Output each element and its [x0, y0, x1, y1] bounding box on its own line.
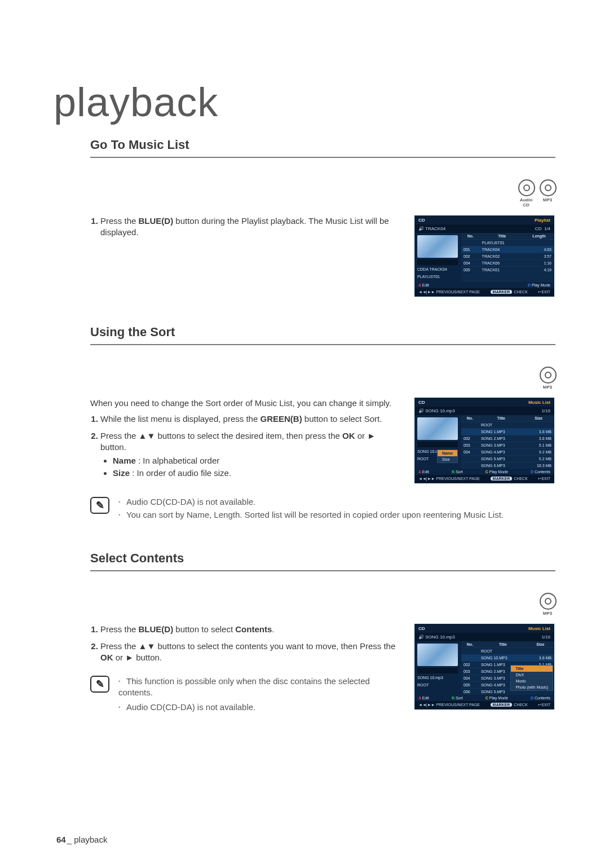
- note-item: You can sort by Name, Length. Sorted lis…: [118, 510, 504, 519]
- step-item: While the list menu is displayed, press …: [100, 413, 399, 425]
- ui-foot-contents: Contents: [531, 696, 550, 700]
- table-row: ROOT: [461, 648, 554, 655]
- table-row: SONG 10.MP33.8 MB: [461, 655, 554, 662]
- intro-text: When you need to change the Sort order o…: [90, 398, 399, 409]
- ui-progress-bar: [417, 259, 458, 265]
- ui-title: Music List: [528, 626, 550, 631]
- ui-foot-playmode: Play Mode: [486, 470, 508, 474]
- table-row: PLAYLIST01: [461, 240, 554, 246]
- note-item: This function is possible only when the …: [118, 676, 399, 698]
- ui-foot-sort: Sort: [452, 696, 463, 700]
- disc-badge-audio-cd: Audio CD: [518, 179, 534, 208]
- table-row: 004TRACK061:16: [461, 260, 554, 267]
- note-item: Audio CD(CD-DA) is not available.: [118, 702, 399, 713]
- table-row: 003SONG 3.MP35.1 MB: [461, 442, 554, 449]
- disc-badge-mp3: MP3: [540, 367, 555, 390]
- ui-info-folder: ROOT: [417, 682, 459, 688]
- ui-thumbnail: [417, 235, 458, 258]
- table-row: 005TRACK014:19: [461, 267, 554, 274]
- ui-current-track: 🔊 SONG 10.mp3: [418, 635, 455, 640]
- disc-badge-mp3: MP3: [540, 179, 555, 208]
- ui-exit: ↩EXIT: [538, 290, 550, 294]
- table-row: 001TRACK044:03: [461, 246, 554, 253]
- step-item: Press the ▲▼ buttons to select the desir…: [100, 430, 399, 479]
- ui-sort-screenshot: CD Music List 🔊 SONG 10.mp3 1/10 SONG 10…: [414, 398, 554, 483]
- ui-info-track: CDDA TRACK04: [417, 267, 459, 272]
- ui-source: CD: [418, 400, 425, 405]
- ui-current-track: 🔊 TRACK04: [418, 226, 445, 231]
- note-item: Audio CD(CD-DA) is not available.: [118, 497, 504, 506]
- ui-track-table: No.TitleSize ROOT SONG 1.MP33.8 MB 002SO…: [461, 415, 554, 469]
- note-icon: ✎: [90, 497, 109, 514]
- step-item: Press the ▲▼ buttons to select the conte…: [100, 641, 399, 663]
- ui-foot-playmode: Play Mode: [486, 696, 508, 700]
- table-row: ROOT: [461, 422, 554, 429]
- ui-foot-edit: Edit: [418, 283, 429, 287]
- table-row: 002TRACK023:57: [461, 253, 554, 260]
- ui-exit: ↩EXIT: [538, 703, 550, 707]
- table-row: SONG 1.MP33.8 MB: [461, 429, 554, 435]
- chapter-title: playback: [54, 79, 555, 125]
- ui-progress-bar: [417, 442, 458, 447]
- ui-thumbnail: [417, 417, 458, 440]
- ui-prevnext: ◄◄|►► PREVIOUS/NEXT PAGE: [418, 290, 480, 294]
- note-icon: ✎: [90, 676, 109, 693]
- ui-track-table: No. Title Length PLAYLIST01 001TRACK044:…: [461, 233, 554, 273]
- bullet-item: Name : In alphabetical order: [113, 455, 399, 466]
- ui-counter: 1/10: [541, 408, 550, 413]
- ui-foot-edit: Edit: [418, 470, 429, 474]
- popup-item: Name: [438, 450, 457, 456]
- ui-progress-bar: [417, 668, 458, 673]
- heading-using-the-sort: Using the Sort: [90, 325, 555, 345]
- ui-marker: MARKERCHECK: [491, 290, 528, 294]
- table-row: 002SONG 2.MP33.8 MB: [461, 435, 554, 442]
- page-footer: 64_ playback: [56, 835, 107, 844]
- disc-badge-mp3: MP3: [540, 593, 555, 616]
- bullet-item: Size : In order of audio file size.: [113, 468, 399, 479]
- ui-foot-playmode: Play Mode: [528, 283, 550, 287]
- table-row: 004SONG 4.MP39.2 MB: [461, 449, 554, 456]
- heading-select-contents: Select Contents: [90, 551, 555, 571]
- ui-source: CD: [418, 626, 425, 631]
- popup-item: DivX: [511, 672, 553, 678]
- popup-item: Size: [438, 456, 457, 462]
- ui-title: Music List: [528, 400, 550, 405]
- ui-foot-edit: Edit: [418, 696, 429, 700]
- ui-marker: MARKERCHECK: [491, 477, 528, 481]
- ui-foot-contents: Contents: [531, 470, 550, 474]
- ui-thumbnail: [417, 644, 458, 666]
- ui-current-track: 🔊 SONG 10.mp3: [418, 408, 455, 413]
- table-row: SONG 6.MP310.3 MB: [461, 462, 554, 469]
- ui-marker: MARKERCHECK: [491, 703, 528, 707]
- ui-info-playlist: PLAYLIST01: [417, 274, 459, 280]
- step-item: Press the BLUE(D) button during the Play…: [100, 215, 399, 238]
- popup-item: Title: [511, 666, 553, 672]
- ui-exit: ↩EXIT: [538, 477, 550, 481]
- heading-go-to-music-list: Go To Music List: [90, 138, 555, 158]
- step-item: Press the BLUE(D) button to select Conte…: [100, 624, 399, 635]
- ui-foot-sort: Sort: [452, 470, 463, 474]
- ui-counter: CD 1/4: [535, 226, 550, 231]
- popup-item: Photo (with Music): [511, 684, 553, 690]
- ui-prevnext: ◄◄|►► PREVIOUS/NEXT PAGE: [418, 703, 480, 707]
- ui-sort-popup: Name Size: [437, 450, 458, 463]
- ui-title: Playlist: [535, 218, 550, 223]
- ui-contents-popup: Title DivX Music Photo (with Music): [510, 665, 553, 691]
- ui-playlist-screenshot: CD Playlist 🔊 TRACK04 CD 1/4 CDDA TRACK0…: [414, 215, 554, 297]
- table-row: SONG 5.MP35.2 MB: [461, 456, 554, 462]
- ui-source: CD: [418, 218, 425, 223]
- popup-item: Music: [511, 678, 553, 684]
- ui-counter: 1/10: [541, 635, 550, 640]
- ui-info-track: SONG 10.mp3: [417, 675, 459, 681]
- ui-prevnext: ◄◄|►► PREVIOUS/NEXT PAGE: [418, 477, 480, 481]
